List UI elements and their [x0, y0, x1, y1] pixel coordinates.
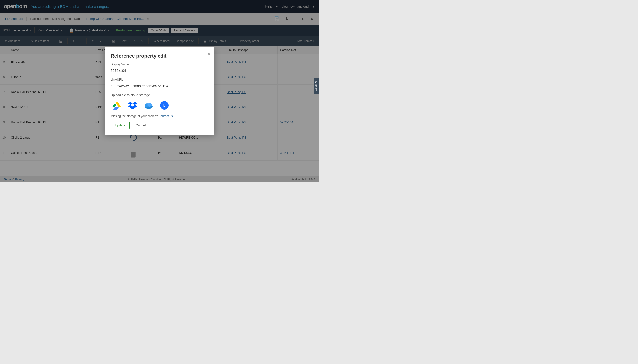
dropbox-button[interactable] [127, 99, 139, 111]
onedrive-button[interactable] [143, 99, 155, 111]
contact-us-link[interactable]: Contact us. [159, 114, 174, 118]
missing-storage-text: Missing the storage of your choice? Cont… [111, 114, 208, 118]
link-url-input[interactable] [111, 83, 208, 89]
upload-cloud-label: Upload file to cloud storage [111, 93, 208, 97]
support-tab[interactable]: Support [314, 78, 319, 94]
svg-marker-13 [115, 102, 121, 107]
cancel-button[interactable]: Cancel [132, 122, 150, 129]
display-value-field: Display Value [111, 63, 208, 74]
box-button[interactable]: b [159, 99, 170, 111]
svg-marker-16 [128, 102, 137, 105]
modal-close-button[interactable]: × [207, 51, 210, 57]
link-url-field: Link/URL [111, 78, 208, 89]
display-value-input[interactable] [111, 68, 208, 74]
svg-point-21 [147, 103, 152, 106]
display-value-label: Display Value [111, 63, 208, 66]
svg-marker-14 [112, 104, 117, 107]
google-drive-button[interactable] [111, 99, 123, 111]
svg-marker-15 [113, 107, 119, 110]
modal-title: Reference property edit [111, 53, 208, 59]
reference-property-modal: Reference property edit × Display Value … [105, 47, 214, 135]
update-button[interactable]: Update [111, 122, 130, 129]
svg-text:b: b [163, 103, 166, 107]
cloud-upload-section: Upload file to cloud storage [111, 93, 208, 118]
cloud-icon-group: b [111, 99, 208, 111]
modal-actions: Update Cancel [111, 122, 208, 129]
modal-overlay: Reference property edit × Display Value … [0, 0, 319, 182]
link-url-label: Link/URL [111, 78, 208, 82]
